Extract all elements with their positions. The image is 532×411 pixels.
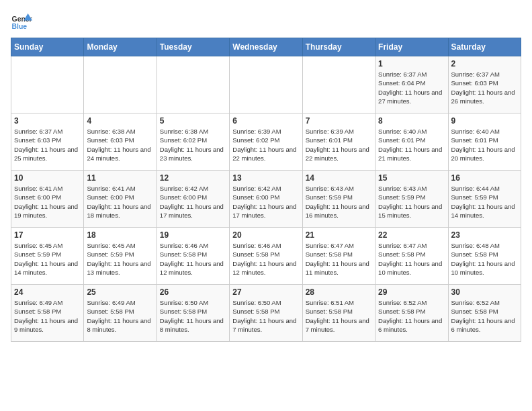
day-cell: 7Sunrise: 6:39 AM Sunset: 6:01 PM Daylig…	[302, 113, 375, 171]
column-header-friday: Friday	[375, 38, 448, 56]
week-row-4: 17Sunrise: 6:45 AM Sunset: 5:59 PM Dayli…	[11, 228, 521, 285]
day-number: 12	[160, 173, 226, 183]
day-cell: 23Sunrise: 6:48 AM Sunset: 5:58 PM Dayli…	[448, 228, 521, 285]
day-info: Sunrise: 6:37 AM Sunset: 6:03 PM Dayligh…	[451, 70, 518, 105]
day-info: Sunrise: 6:46 AM Sunset: 5:58 PM Dayligh…	[160, 241, 226, 277]
day-cell: 19Sunrise: 6:46 AM Sunset: 5:58 PM Dayli…	[157, 228, 229, 285]
day-info: Sunrise: 6:45 AM Sunset: 5:59 PM Dayligh…	[87, 241, 153, 277]
day-number: 5	[160, 116, 226, 126]
day-info: Sunrise: 6:38 AM Sunset: 6:03 PM Dayligh…	[87, 127, 153, 163]
day-info: Sunrise: 6:42 AM Sunset: 6:00 PM Dayligh…	[160, 184, 226, 220]
day-info: Sunrise: 6:43 AM Sunset: 5:59 PM Dayligh…	[378, 184, 445, 220]
day-cell	[11, 56, 84, 113]
day-info: Sunrise: 6:49 AM Sunset: 5:58 PM Dayligh…	[87, 298, 153, 334]
day-number: 14	[306, 173, 372, 183]
day-cell: 14Sunrise: 6:43 AM Sunset: 5:59 PM Dayli…	[302, 171, 375, 228]
day-info: Sunrise: 6:42 AM Sunset: 6:00 PM Dayligh…	[232, 184, 299, 220]
day-cell: 24Sunrise: 6:49 AM Sunset: 5:58 PM Dayli…	[11, 285, 84, 342]
week-row-3: 10Sunrise: 6:41 AM Sunset: 6:00 PM Dayli…	[11, 171, 521, 228]
day-number: 30	[451, 287, 518, 297]
day-cell: 8Sunrise: 6:40 AM Sunset: 6:01 PM Daylig…	[375, 113, 448, 171]
day-cell	[84, 56, 157, 113]
day-number: 23	[451, 230, 518, 240]
day-cell: 10Sunrise: 6:41 AM Sunset: 6:00 PM Dayli…	[11, 171, 84, 228]
day-number: 17	[14, 230, 81, 240]
day-info: Sunrise: 6:45 AM Sunset: 5:59 PM Dayligh…	[14, 241, 81, 277]
day-number: 7	[306, 116, 372, 126]
week-row-2: 3Sunrise: 6:37 AM Sunset: 6:03 PM Daylig…	[11, 113, 521, 171]
day-cell: 18Sunrise: 6:45 AM Sunset: 5:59 PM Dayli…	[84, 228, 157, 285]
day-cell	[230, 56, 302, 113]
day-number: 18	[87, 230, 153, 240]
day-number: 1	[378, 59, 445, 68]
day-info: Sunrise: 6:47 AM Sunset: 5:58 PM Dayligh…	[306, 241, 372, 277]
day-number: 20	[232, 230, 299, 240]
day-info: Sunrise: 6:46 AM Sunset: 5:58 PM Dayligh…	[232, 241, 299, 277]
day-number: 25	[87, 287, 153, 297]
day-number: 19	[160, 230, 226, 240]
day-cell: 9Sunrise: 6:40 AM Sunset: 6:01 PM Daylig…	[448, 113, 521, 171]
day-cell: 20Sunrise: 6:46 AM Sunset: 5:58 PM Dayli…	[230, 228, 302, 285]
day-cell: 21Sunrise: 6:47 AM Sunset: 5:58 PM Dayli…	[302, 228, 375, 285]
day-number: 29	[378, 287, 445, 297]
page-header: General Blue	[11, 11, 521, 32]
day-cell: 27Sunrise: 6:50 AM Sunset: 5:58 PM Dayli…	[230, 285, 302, 342]
day-number: 13	[232, 173, 299, 183]
day-cell: 15Sunrise: 6:43 AM Sunset: 5:59 PM Dayli…	[375, 171, 448, 228]
day-cell: 29Sunrise: 6:52 AM Sunset: 5:58 PM Dayli…	[375, 285, 448, 342]
day-cell: 6Sunrise: 6:39 AM Sunset: 6:02 PM Daylig…	[230, 113, 302, 171]
week-row-5: 24Sunrise: 6:49 AM Sunset: 5:58 PM Dayli…	[11, 285, 521, 342]
day-number: 10	[14, 173, 81, 183]
day-info: Sunrise: 6:50 AM Sunset: 5:58 PM Dayligh…	[232, 298, 299, 334]
day-info: Sunrise: 6:41 AM Sunset: 6:00 PM Dayligh…	[87, 184, 153, 220]
day-cell: 25Sunrise: 6:49 AM Sunset: 5:58 PM Dayli…	[84, 285, 157, 342]
day-number: 8	[378, 116, 445, 126]
day-cell: 28Sunrise: 6:51 AM Sunset: 5:58 PM Dayli…	[302, 285, 375, 342]
day-cell: 3Sunrise: 6:37 AM Sunset: 6:03 PM Daylig…	[11, 113, 84, 171]
day-cell: 26Sunrise: 6:50 AM Sunset: 5:58 PM Dayli…	[157, 285, 229, 342]
logo-icon: General Blue	[11, 11, 32, 32]
day-info: Sunrise: 6:43 AM Sunset: 5:59 PM Dayligh…	[306, 184, 372, 220]
calendar-table: SundayMondayTuesdayWednesdayThursdayFrid…	[11, 38, 521, 342]
svg-text:Blue: Blue	[12, 23, 28, 30]
day-number: 22	[378, 230, 445, 240]
day-cell: 16Sunrise: 6:44 AM Sunset: 5:59 PM Dayli…	[448, 171, 521, 228]
day-cell	[157, 56, 229, 113]
header-row: SundayMondayTuesdayWednesdayThursdayFrid…	[11, 38, 521, 56]
day-number: 6	[232, 116, 299, 126]
day-info: Sunrise: 6:41 AM Sunset: 6:00 PM Dayligh…	[14, 184, 81, 220]
day-cell	[302, 56, 375, 113]
day-number: 26	[160, 287, 226, 297]
day-number: 15	[378, 173, 445, 183]
day-info: Sunrise: 6:49 AM Sunset: 5:58 PM Dayligh…	[14, 298, 81, 334]
day-info: Sunrise: 6:52 AM Sunset: 5:58 PM Dayligh…	[451, 298, 518, 334]
day-info: Sunrise: 6:39 AM Sunset: 6:02 PM Dayligh…	[232, 127, 299, 163]
column-header-monday: Monday	[84, 38, 157, 56]
day-cell: 17Sunrise: 6:45 AM Sunset: 5:59 PM Dayli…	[11, 228, 84, 285]
day-info: Sunrise: 6:37 AM Sunset: 6:04 PM Dayligh…	[378, 70, 445, 105]
day-number: 11	[87, 173, 153, 183]
logo: General Blue	[11, 11, 32, 32]
calendar-header: SundayMondayTuesdayWednesdayThursdayFrid…	[11, 38, 521, 56]
day-cell: 11Sunrise: 6:41 AM Sunset: 6:00 PM Dayli…	[84, 171, 157, 228]
day-info: Sunrise: 6:47 AM Sunset: 5:58 PM Dayligh…	[378, 241, 445, 277]
day-number: 24	[14, 287, 81, 297]
day-number: 9	[451, 116, 518, 126]
column-header-saturday: Saturday	[448, 38, 521, 56]
day-info: Sunrise: 6:48 AM Sunset: 5:58 PM Dayligh…	[451, 241, 518, 277]
day-cell: 4Sunrise: 6:38 AM Sunset: 6:03 PM Daylig…	[84, 113, 157, 171]
column-header-wednesday: Wednesday	[230, 38, 302, 56]
day-cell: 30Sunrise: 6:52 AM Sunset: 5:58 PM Dayli…	[448, 285, 521, 342]
day-number: 28	[306, 287, 372, 297]
day-info: Sunrise: 6:44 AM Sunset: 5:59 PM Dayligh…	[451, 184, 518, 220]
day-number: 27	[232, 287, 299, 297]
day-number: 21	[306, 230, 372, 240]
day-info: Sunrise: 6:39 AM Sunset: 6:01 PM Dayligh…	[306, 127, 372, 163]
day-cell: 12Sunrise: 6:42 AM Sunset: 6:00 PM Dayli…	[157, 171, 229, 228]
day-info: Sunrise: 6:40 AM Sunset: 6:01 PM Dayligh…	[451, 127, 518, 163]
day-cell: 22Sunrise: 6:47 AM Sunset: 5:58 PM Dayli…	[375, 228, 448, 285]
day-info: Sunrise: 6:50 AM Sunset: 5:58 PM Dayligh…	[160, 298, 226, 334]
day-number: 4	[87, 116, 153, 126]
day-info: Sunrise: 6:52 AM Sunset: 5:58 PM Dayligh…	[378, 298, 445, 334]
day-cell: 1Sunrise: 6:37 AM Sunset: 6:04 PM Daylig…	[375, 56, 448, 113]
